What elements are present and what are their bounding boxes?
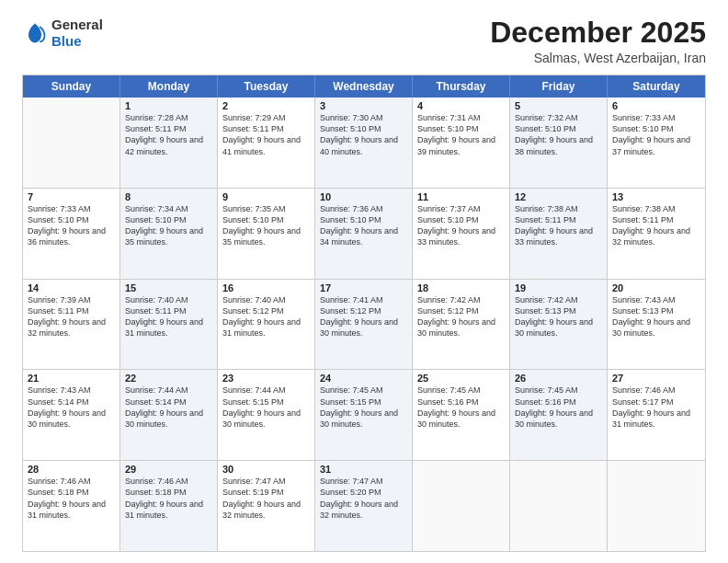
- weekday-header: Monday: [120, 75, 218, 98]
- header: General Blue December 2025 Salmas, West …: [22, 17, 706, 65]
- sunset-text: Sunset: 5:20 PM: [320, 487, 407, 498]
- weekday-header: Tuesday: [218, 75, 315, 98]
- weekday-header: Sunday: [23, 75, 120, 98]
- sunrise-text: Sunrise: 7:35 AM: [222, 203, 310, 214]
- sunrise-text: Sunrise: 7:33 AM: [28, 203, 115, 214]
- day-number: 30: [222, 464, 310, 475]
- sunrise-text: Sunrise: 7:40 AM: [222, 294, 310, 305]
- day-number: 14: [28, 282, 115, 293]
- calendar-body: 1Sunrise: 7:28 AMSunset: 5:11 PMDaylight…: [23, 98, 705, 551]
- sunset-text: Sunset: 5:11 PM: [125, 305, 212, 316]
- daylight-text: Daylight: 9 hours and 38 minutes.: [515, 134, 602, 156]
- sunrise-text: Sunrise: 7:46 AM: [28, 476, 115, 487]
- weekday-header: Thursday: [413, 75, 510, 98]
- calendar-cell: 27Sunrise: 7:46 AMSunset: 5:17 PMDayligh…: [608, 370, 705, 460]
- daylight-text: Daylight: 9 hours and 31 minutes.: [612, 408, 700, 430]
- sunset-text: Sunset: 5:15 PM: [320, 396, 407, 408]
- day-number: 13: [612, 191, 700, 202]
- day-number: 7: [28, 191, 115, 202]
- daylight-text: Daylight: 9 hours and 32 minutes.: [612, 225, 700, 247]
- daylight-text: Daylight: 9 hours and 30 minutes.: [612, 316, 700, 339]
- day-number: 6: [612, 100, 700, 111]
- day-number: 20: [612, 282, 700, 293]
- sunset-text: Sunset: 5:18 PM: [28, 487, 115, 498]
- sunrise-text: Sunrise: 7:38 AM: [515, 203, 602, 214]
- calendar-cell: 9Sunrise: 7:35 AMSunset: 5:10 PMDaylight…: [218, 189, 315, 279]
- day-number: 18: [417, 282, 505, 293]
- logo: General Blue: [22, 17, 103, 50]
- sunset-text: Sunset: 5:11 PM: [222, 123, 310, 134]
- day-number: 11: [417, 191, 505, 202]
- sunrise-text: Sunrise: 7:42 AM: [417, 294, 505, 305]
- day-number: 12: [515, 191, 602, 202]
- calendar-cell: [510, 461, 608, 551]
- sunrise-text: Sunrise: 7:32 AM: [515, 112, 602, 123]
- day-number: 17: [320, 282, 407, 293]
- sunrise-text: Sunrise: 7:46 AM: [125, 476, 212, 487]
- calendar-cell: 30Sunrise: 7:47 AMSunset: 5:19 PMDayligh…: [218, 461, 315, 551]
- location: Salmas, West Azerbaijan, Iran: [490, 51, 706, 65]
- calendar-row: 7Sunrise: 7:33 AMSunset: 5:10 PMDaylight…: [23, 188, 705, 279]
- calendar-cell: 6Sunrise: 7:33 AMSunset: 5:10 PMDaylight…: [608, 98, 705, 188]
- sunset-text: Sunset: 5:19 PM: [222, 487, 310, 498]
- logo-text: General Blue: [51, 17, 103, 50]
- weekday-header: Saturday: [608, 75, 705, 98]
- daylight-text: Daylight: 9 hours and 31 minutes.: [28, 499, 115, 521]
- calendar-cell: 26Sunrise: 7:45 AMSunset: 5:16 PMDayligh…: [510, 370, 608, 460]
- calendar-cell: 22Sunrise: 7:44 AMSunset: 5:14 PMDayligh…: [120, 370, 218, 460]
- sunset-text: Sunset: 5:17 PM: [612, 396, 700, 408]
- daylight-text: Daylight: 9 hours and 31 minutes.: [125, 499, 212, 521]
- day-number: 9: [222, 191, 310, 202]
- logo-general: General: [51, 17, 103, 32]
- calendar-cell: [413, 461, 510, 551]
- day-number: 24: [320, 373, 407, 384]
- daylight-text: Daylight: 9 hours and 40 minutes.: [320, 134, 407, 156]
- calendar-cell: 12Sunrise: 7:38 AMSunset: 5:11 PMDayligh…: [510, 189, 608, 279]
- sunset-text: Sunset: 5:15 PM: [222, 396, 310, 408]
- sunrise-text: Sunrise: 7:45 AM: [515, 385, 602, 396]
- calendar-header: SundayMondayTuesdayWednesdayThursdayFrid…: [23, 75, 705, 98]
- sunset-text: Sunset: 5:11 PM: [515, 214, 602, 225]
- daylight-text: Daylight: 9 hours and 35 minutes.: [125, 225, 212, 247]
- sunset-text: Sunset: 5:10 PM: [417, 123, 505, 134]
- sunset-text: Sunset: 5:13 PM: [515, 305, 602, 316]
- daylight-text: Daylight: 9 hours and 30 minutes.: [28, 408, 115, 430]
- sunset-text: Sunset: 5:11 PM: [612, 214, 700, 225]
- sunrise-text: Sunrise: 7:45 AM: [417, 385, 505, 396]
- sunrise-text: Sunrise: 7:33 AM: [612, 112, 700, 123]
- sunset-text: Sunset: 5:10 PM: [417, 214, 505, 225]
- calendar-row: 1Sunrise: 7:28 AMSunset: 5:11 PMDaylight…: [23, 98, 705, 188]
- calendar-cell: 23Sunrise: 7:44 AMSunset: 5:15 PMDayligh…: [218, 370, 315, 460]
- sunset-text: Sunset: 5:10 PM: [515, 123, 602, 134]
- sunset-text: Sunset: 5:11 PM: [28, 305, 115, 316]
- calendar-cell: 24Sunrise: 7:45 AMSunset: 5:15 PMDayligh…: [315, 370, 413, 460]
- daylight-text: Daylight: 9 hours and 32 minutes.: [320, 499, 407, 521]
- sunset-text: Sunset: 5:16 PM: [515, 396, 602, 408]
- sunrise-text: Sunrise: 7:45 AM: [320, 385, 407, 396]
- calendar-cell: 20Sunrise: 7:43 AMSunset: 5:13 PMDayligh…: [608, 280, 705, 370]
- day-number: 19: [515, 282, 602, 293]
- daylight-text: Daylight: 9 hours and 35 minutes.: [222, 225, 310, 247]
- sunrise-text: Sunrise: 7:29 AM: [222, 112, 310, 123]
- daylight-text: Daylight: 9 hours and 30 minutes.: [417, 408, 505, 430]
- day-number: 5: [515, 100, 602, 111]
- calendar-cell: 2Sunrise: 7:29 AMSunset: 5:11 PMDaylight…: [218, 98, 315, 188]
- calendar-row: 14Sunrise: 7:39 AMSunset: 5:11 PMDayligh…: [23, 279, 705, 370]
- sunrise-text: Sunrise: 7:43 AM: [28, 385, 115, 396]
- day-number: 15: [125, 282, 212, 293]
- day-number: 23: [222, 373, 310, 384]
- day-number: 2: [222, 100, 310, 111]
- sunset-text: Sunset: 5:10 PM: [222, 214, 310, 225]
- day-number: 29: [125, 464, 212, 475]
- daylight-text: Daylight: 9 hours and 36 minutes.: [28, 225, 115, 247]
- daylight-text: Daylight: 9 hours and 30 minutes.: [125, 408, 212, 430]
- day-number: 27: [612, 373, 700, 384]
- sunrise-text: Sunrise: 7:38 AM: [612, 203, 700, 214]
- calendar-cell: 16Sunrise: 7:40 AMSunset: 5:12 PMDayligh…: [218, 280, 315, 370]
- sunset-text: Sunset: 5:12 PM: [320, 305, 407, 316]
- sunrise-text: Sunrise: 7:34 AM: [125, 203, 212, 214]
- calendar-cell: 15Sunrise: 7:40 AMSunset: 5:11 PMDayligh…: [120, 280, 218, 370]
- day-number: 10: [320, 191, 407, 202]
- sunrise-text: Sunrise: 7:30 AM: [320, 112, 407, 123]
- calendar-cell: [23, 98, 120, 188]
